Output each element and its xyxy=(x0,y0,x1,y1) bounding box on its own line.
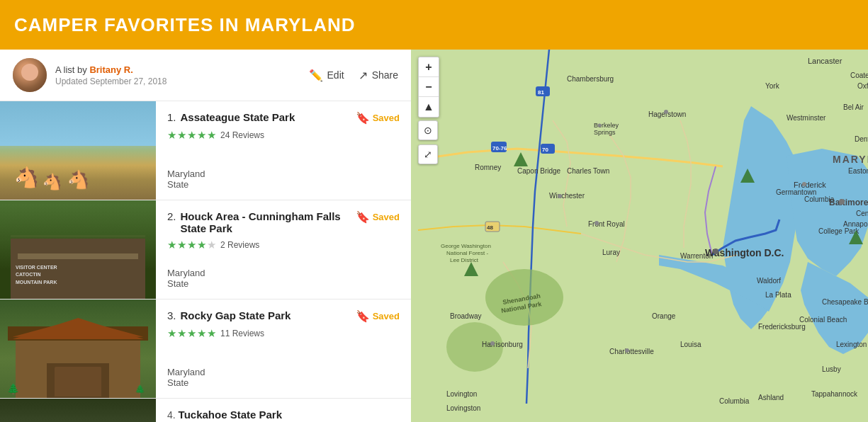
author-link[interactable]: Britany R. xyxy=(89,64,133,75)
list-item: VISITOR CENTERCATOCTINMOUNTAIN PARK 2. H… xyxy=(0,200,411,300)
zoom-out-button[interactable]: − xyxy=(419,77,439,97)
svg-text:Waldorf: Waldorf xyxy=(757,277,781,285)
saved-text-1: Saved xyxy=(373,113,400,123)
share-button[interactable]: ↗ Share xyxy=(359,69,398,82)
location-state-3: Maryland xyxy=(167,367,400,377)
star-5: ★ xyxy=(207,239,216,251)
svg-text:Denton: Denton xyxy=(855,135,868,143)
svg-text:Charles Town: Charles Town xyxy=(567,167,609,175)
star-5: ★ xyxy=(207,327,216,340)
star-4: ★ xyxy=(197,129,206,142)
list-item: 🐴 🐴 🐴 1. Assateague State Park xyxy=(0,101,411,200)
item-top-3: 3. Rocky Gap State Park 🔖 Saved ★ xyxy=(167,309,400,346)
author-intro-text: A list by Britany R. xyxy=(55,64,167,75)
svg-text:Lexington Park: Lexington Park xyxy=(836,341,868,348)
item-title-row-2: 2. Houck Area - Cunningham Falls State P… xyxy=(167,210,400,234)
star-5: ★ xyxy=(207,129,216,142)
item-details-1: 1. Assateague State Park 🔖 Saved ★ xyxy=(156,101,411,200)
item-number-3: 3. xyxy=(167,309,176,321)
svg-text:Chesapeake Beach: Chesapeake Beach xyxy=(822,298,868,306)
item-number-title-1: 1. Assateague State Park xyxy=(167,111,295,123)
location-state-2: Maryland xyxy=(167,268,400,278)
item-number-title-2: 2. Houck Area - Cunningham Falls State P… xyxy=(167,210,356,234)
svg-text:Lee District: Lee District xyxy=(450,257,479,263)
svg-text:Front Royal: Front Royal xyxy=(588,220,625,228)
svg-text:Lancaster: Lancaster xyxy=(808,57,842,65)
share-label: Share xyxy=(372,69,398,81)
saved-text-3: Saved xyxy=(373,311,400,321)
stars-row-3: ★ ★ ★ ★ ★ 11 Reviews xyxy=(167,327,400,340)
campsite-list: 🐴 🐴 🐴 1. Assateague State Park xyxy=(0,101,411,422)
map-zoom-controls: + − ▲ xyxy=(418,57,439,118)
svg-point-30 xyxy=(594,221,599,225)
map-secondary-controls: ⊙ ⤢ xyxy=(418,120,438,164)
star-1: ★ xyxy=(167,327,176,340)
svg-point-28 xyxy=(558,194,562,198)
item-number-4: 4. xyxy=(167,409,176,421)
avatar-image xyxy=(13,58,47,92)
svg-text:Centreville: Centreville xyxy=(856,210,868,217)
updated-text: Updated September 27, 2018 xyxy=(55,76,167,86)
svg-text:Tappahannock: Tappahannock xyxy=(811,390,858,398)
reset-north-button[interactable]: ▲ xyxy=(419,97,439,117)
left-panel: A list by Britany R. Updated September 2… xyxy=(0,50,411,422)
svg-text:Bel Air: Bel Air xyxy=(843,103,864,111)
review-count-2: 2 Reviews xyxy=(220,240,259,250)
svg-point-42 xyxy=(625,348,629,353)
item-details-4: 4. Tuckahoe State Park xyxy=(156,399,293,422)
item-image-4 xyxy=(0,399,156,422)
map-svg: Lancaster Coatesville Chambersburg York … xyxy=(411,50,868,422)
item-top-2: 2. Houck Area - Cunningham Falls State P… xyxy=(167,210,400,257)
stars-3: ★ ★ ★ ★ ★ xyxy=(167,327,216,340)
svg-text:Luray: Luray xyxy=(602,249,620,256)
list-item: 4. Tuckahoe State Park xyxy=(0,399,411,422)
zoom-in-button[interactable]: + xyxy=(419,57,439,77)
item-image-1: 🐴 🐴 🐴 xyxy=(0,101,156,200)
svg-text:Broadway: Broadway xyxy=(450,312,481,320)
star-4: ★ xyxy=(197,239,206,251)
svg-text:MARYLAND: MARYLAND xyxy=(833,154,868,165)
share-icon: ↗ xyxy=(359,69,368,82)
item-title-2[interactable]: Houck Area - Cunningham Falls State Park xyxy=(181,210,356,234)
page-title: CAMPER FAVORITES IN MARYLAND xyxy=(14,14,356,36)
svg-text:Westminster: Westminster xyxy=(787,114,826,122)
svg-text:48: 48 xyxy=(487,224,493,231)
intro-text: A list by xyxy=(55,64,87,75)
saved-badge-2: 🔖 Saved xyxy=(356,210,400,224)
item-location-1: Maryland State xyxy=(167,169,400,190)
saved-badge-3: 🔖 Saved xyxy=(356,309,400,323)
svg-text:Ashland: Ashland xyxy=(758,394,784,401)
svg-text:Lovington: Lovington xyxy=(446,390,477,398)
locate-button[interactable]: ⊙ xyxy=(418,120,438,140)
item-title-1[interactable]: Assateague State Park xyxy=(181,111,295,123)
svg-point-18 xyxy=(839,199,845,205)
svg-text:Lusby: Lusby xyxy=(822,365,841,373)
author-details: A list by Britany R. Updated September 2… xyxy=(55,64,167,86)
star-2: ★ xyxy=(177,327,186,340)
item-number-2: 2. xyxy=(167,210,176,222)
edit-button[interactable]: ✏️ Edit xyxy=(309,69,344,82)
list-item: 🌲 🌲 3. Rocky Gap State Park xyxy=(0,300,411,399)
location-type-3: State xyxy=(167,377,400,388)
svg-text:National Forest -: National Forest - xyxy=(446,250,488,256)
bookmark-icon-2: 🔖 xyxy=(356,210,370,224)
svg-point-8 xyxy=(664,110,668,114)
svg-text:70-76: 70-76 xyxy=(492,145,507,152)
svg-text:Lovingston: Lovingston xyxy=(446,404,480,412)
svg-text:70: 70 xyxy=(542,147,548,153)
saved-badge-1: 🔖 Saved xyxy=(356,111,400,125)
svg-text:Winchester: Winchester xyxy=(549,192,585,200)
svg-text:Berkeley: Berkeley xyxy=(594,122,619,129)
item-title-4[interactable]: Tuckahoe State Park xyxy=(179,409,282,421)
item-title-row-1: 1. Assateague State Park 🔖 Saved xyxy=(167,111,400,125)
item-title-3[interactable]: Rocky Gap State Park xyxy=(181,309,291,321)
item-details-2: 2. Houck Area - Cunningham Falls State P… xyxy=(156,200,411,299)
svg-text:Easton: Easton xyxy=(848,167,868,175)
svg-text:Fredericksburg: Fredericksburg xyxy=(758,323,806,331)
fullscreen-button[interactable]: ⤢ xyxy=(418,144,438,164)
svg-text:Oxford: Oxford xyxy=(857,82,868,90)
page-header: CAMPER FAVORITES IN MARYLAND xyxy=(0,0,868,50)
review-count-1: 24 Reviews xyxy=(220,130,264,140)
bookmark-icon-1: 🔖 xyxy=(356,111,370,125)
svg-text:Springs: Springs xyxy=(594,129,616,136)
